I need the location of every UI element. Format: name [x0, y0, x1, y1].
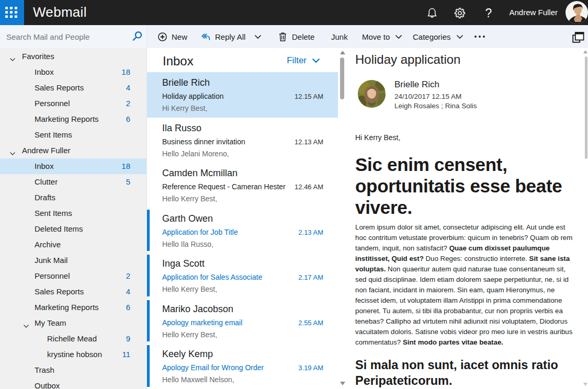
help-icon[interactable]: ?: [482, 7, 495, 19]
unread-count: 2: [126, 99, 130, 108]
sidebar-folder-sales-reports[interactable]: Sales Reports4: [0, 284, 146, 300]
collapse-chevron-icon[interactable]: [9, 148, 16, 153]
email-list-item[interactable]: Keely KempApology Email for Wrong Order3…: [147, 344, 338, 389]
search-placeholder: Search Mail and People: [6, 32, 89, 41]
more-commands-button[interactable]: [474, 25, 485, 48]
reading-scrollbar-up-arrow-icon[interactable]: [583, 50, 587, 53]
email-heading-1: Sic enim censent,oportunitatis esse beat…: [355, 154, 586, 218]
email-heading-2: Si mala non sunt, iacet omnis ratioPerip…: [355, 357, 586, 388]
list-scrollbar-down-arrow-icon[interactable]: [340, 382, 345, 385]
settings-gear-icon[interactable]: [454, 7, 466, 19]
sidebar-folder-inbox[interactable]: Inbox18: [0, 64, 146, 80]
sidebar-folder-outbox[interactable]: Outbox: [0, 378, 146, 389]
sidebar-folder-trash[interactable]: Trash: [0, 362, 146, 378]
search-bar[interactable]: Search Mail and People: [0, 25, 147, 48]
folder-label: Trash: [35, 366, 54, 374]
app-launcher-button[interactable]: [0, 0, 24, 25]
webmail-app: Webmail ? Andrew Fuller: [0, 0, 588, 389]
unread-count: 6: [126, 303, 130, 312]
move-to-button[interactable]: Move to: [362, 25, 402, 48]
sidebar-folder-favorites[interactable]: Favorites: [0, 49, 146, 64]
email-subject: Apology Email for Wrong Order: [162, 363, 264, 373]
email-subject: Apology marketing email: [162, 318, 242, 328]
email-time: 12.15 AM: [290, 93, 323, 100]
move-to-chevron-icon[interactable]: [395, 35, 402, 39]
reading-pane-toggle-button[interactable]: [572, 32, 584, 43]
sidebar-folder-marketing-reports[interactable]: Marketing Reports6: [0, 111, 146, 127]
sender-name[interactable]: Brielle Rich: [394, 79, 439, 90]
sidebar-folder-clutter[interactable]: Clutter5: [0, 174, 146, 190]
filter-button[interactable]: Filter: [287, 55, 320, 66]
user-name[interactable]: Andrew Fuller: [509, 8, 558, 17]
reply-all-button[interactable]: Reply All: [200, 25, 262, 48]
new-label: New: [172, 32, 187, 41]
sidebar-folder-sales-reports[interactable]: Sales Reports4: [0, 80, 146, 96]
sidebar-folder-personnel[interactable]: Personnel2: [0, 268, 146, 284]
folder-label: Richelle Mead: [47, 335, 97, 343]
email-sender: Keely Kemp: [162, 348, 213, 360]
email-recipients[interactable]: Leigh Rosales ; Rina Solis: [394, 102, 477, 110]
folder-label: Sales Reports: [35, 288, 84, 296]
junk-button[interactable]: Junk: [331, 25, 348, 48]
sidebar-folder-drafts[interactable]: Drafts: [0, 190, 146, 205]
email-list-item[interactable]: Camden McmillanReference Request - Camer…: [147, 163, 338, 208]
sidebar-folder-sent-items[interactable]: Sent Items: [0, 205, 146, 221]
email-sender: Camden Mcmillan: [162, 167, 238, 179]
email-preview: Hello Kerry Best,: [162, 330, 217, 340]
email-time: 2.17 AM: [294, 273, 323, 281]
email-list-item[interactable]: Inga ScottApplication for Sales Associat…: [147, 253, 338, 299]
sender-avatar[interactable]: [358, 80, 386, 108]
email-preview: Hello Maxwell Nelson,: [162, 375, 234, 385]
folder-label: Favorites: [22, 52, 54, 61]
categories-button[interactable]: Categories: [413, 25, 463, 48]
email-list-item[interactable]: Mariko JacobsonApology marketing email2.…: [147, 299, 338, 344]
categories-chevron-icon[interactable]: [456, 35, 463, 39]
folder-label: My Team: [35, 319, 66, 327]
sidebar-folder-krystine-hobson[interactable]: krystine hobson11: [0, 347, 146, 362]
folder-label: Sent Items: [35, 209, 72, 218]
list-scrollbar-up-arrow-icon[interactable]: [340, 51, 345, 54]
email-list-item[interactable]: Brielle RichHoliday application12.15 AMH…: [147, 72, 338, 118]
new-button[interactable]: New: [158, 25, 187, 48]
gear-icon: [454, 7, 466, 19]
delete-button[interactable]: Delete: [278, 25, 314, 48]
email-preview: Hello Jelani Moreno,: [162, 149, 229, 159]
sidebar-folder-inbox[interactable]: Inbox18: [0, 158, 146, 174]
sidebar-folder-andrew-fuller[interactable]: Andrew Fuller: [0, 143, 146, 158]
collapse-chevron-icon[interactable]: [9, 54, 16, 59]
sidebar-folder-sent-items[interactable]: Sent Items: [0, 127, 146, 143]
email-preview: Hello Ila Russo,: [162, 239, 213, 249]
sidebar-folder-my-team[interactable]: My Team: [0, 315, 146, 331]
collapse-chevron-icon[interactable]: [23, 321, 29, 325]
reading-scrollbar-down-arrow-icon[interactable]: [583, 383, 587, 386]
search-icon[interactable]: [131, 30, 143, 43]
sidebar-folder-marketing-reports[interactable]: Marketing Reports6: [0, 300, 146, 315]
unread-count: 2: [126, 272, 130, 280]
delete-trash-icon: [278, 32, 287, 42]
email-list-item[interactable]: Ila RussoBusiness dinner invitation12.13…: [147, 118, 338, 163]
folder-label: Inbox: [35, 162, 54, 170]
email-datetime: 24/10/2017 12.15 AM: [394, 93, 461, 100]
reading-scrollbar-thumb[interactable]: [585, 56, 587, 159]
email-subject: Holiday application: [162, 91, 224, 101]
reply-all-chevron-icon[interactable]: [254, 35, 262, 39]
new-plus-icon: [158, 32, 167, 41]
sidebar-folder-richelle-mead[interactable]: Richelle Mead9: [0, 331, 146, 347]
unread-count: 9: [126, 335, 130, 343]
sidebar-folder-archive[interactable]: Archive: [0, 237, 146, 253]
reply-all-label: Reply All: [215, 32, 245, 41]
email-preview: Hello Kerry Best,: [162, 194, 217, 204]
sidebar-folder-personnel[interactable]: Personnel2: [0, 96, 146, 111]
folder-label: Sent Items: [35, 131, 72, 139]
email-time: 12.13 AM: [290, 138, 323, 146]
sidebar-folder-deleted-items[interactable]: Deleted Items: [0, 221, 146, 237]
notifications-bell-icon[interactable]: [426, 7, 438, 19]
reading-pane-icon: [572, 32, 584, 43]
sidebar-folder-junk-mail[interactable]: Junk Mail: [0, 253, 146, 268]
unread-count: 18: [121, 68, 130, 76]
user-avatar[interactable]: [566, 1, 588, 24]
email-list-item[interactable]: Garth OwenApplication for Job Title2.13 …: [147, 208, 338, 254]
email-subject: Business dinner invitation: [162, 137, 245, 147]
folder-label: Personnel: [35, 99, 70, 108]
list-scrollbar-thumb[interactable]: [340, 58, 344, 99]
